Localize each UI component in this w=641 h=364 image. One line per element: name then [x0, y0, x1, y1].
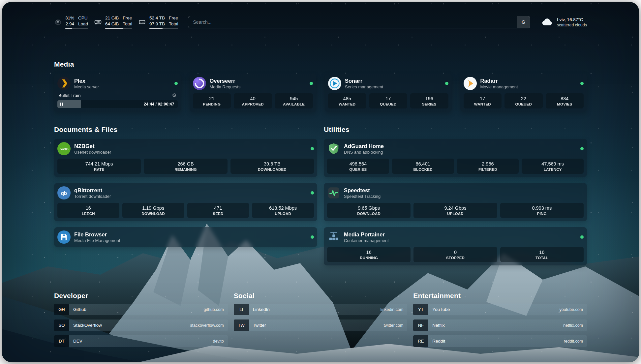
bookmark-dev[interactable]: DT DEV dev.to: [54, 335, 228, 347]
app-name: qBittorrent: [74, 187, 111, 194]
status-dot-online: [311, 147, 314, 150]
youtube-abbr: YT: [413, 304, 428, 315]
stat-label: UPLOAD: [253, 212, 313, 216]
stat-value: 16: [328, 250, 409, 255]
app-name: NZBGet: [74, 143, 111, 149]
memory-free-value: 21 GiB: [105, 15, 119, 21]
app-card-qbittorrent[interactable]: qb qBittorrent Torrent downloader 16 LEE…: [54, 183, 317, 221]
pause-icon: [60, 103, 63, 106]
section-title-social: Social: [234, 292, 408, 300]
bookmark-netflix[interactable]: NF Netflix netflix.com: [413, 319, 587, 331]
search-provider-button[interactable]: G: [517, 16, 530, 28]
disk-widget: 52.4 TB 97.9 TB Free Total: [138, 15, 178, 29]
disk-total-label: Total: [169, 21, 178, 27]
stat-label: FILTERED: [458, 167, 518, 171]
stat-label: RATE: [59, 167, 139, 171]
memory-usage-bar: [105, 28, 132, 29]
bookmark-reddit[interactable]: RE Reddit reddit.com: [413, 335, 587, 347]
bookmark-linkedin[interactable]: LI LinkedIn linkedin.com: [234, 304, 408, 315]
stat-label: DOWNLOAD: [328, 212, 409, 216]
stat-value: 618.52 Mbps: [253, 205, 313, 211]
app-description: DNS and adblocking: [344, 150, 384, 155]
bookmark-url: twitter.com: [384, 323, 404, 328]
app-card-nzbget[interactable]: nzbget NZBGet Usenet downloader 744.21 M…: [54, 139, 317, 177]
media-grid: Plex Media server Bullet Train ⚙ 24:44 /…: [54, 74, 587, 112]
app-name: Speedtest: [344, 187, 381, 194]
memory-total-value: 64 GiB: [105, 21, 119, 27]
radarr-stat-wanted: 17 WANTED: [464, 93, 502, 108]
stat-label: RUNNING: [328, 256, 409, 260]
qbittorrent-stat-leech: 16 LEECH: [57, 203, 119, 218]
stat-value: 22: [506, 96, 541, 101]
bookmark-url: dev.to: [213, 339, 224, 344]
memory-icon: [94, 18, 102, 26]
nzbget-icon: nzbget: [57, 142, 71, 155]
app-card-overseerr[interactable]: Overseerr Media Requests 21 PENDING 40 A…: [190, 74, 317, 112]
cpu-load-value: 2.94: [66, 21, 74, 27]
bookmark-url: linkedin.com: [381, 307, 403, 312]
app-name: AdGuard Home: [344, 143, 384, 149]
filebrowser-icon: [57, 230, 71, 244]
bookmark-github[interactable]: GH Github github.com: [54, 304, 228, 315]
gear-icon[interactable]: ⚙: [172, 93, 176, 98]
portainer-stat-running: 16 RUNNING: [327, 247, 411, 262]
developer-column: Developer GH Github github.com SO StackO…: [54, 292, 228, 351]
app-name: Sonarr: [345, 78, 383, 84]
disk-icon: [138, 18, 146, 26]
stat-label: DOWNLOAD: [124, 212, 183, 216]
stat-value: 498,564: [328, 161, 388, 167]
speedtest-stat-download: 9.65 Gbps DOWNLOAD: [327, 203, 411, 218]
app-card-sonarr[interactable]: Sonarr Series management 485 WANTED 17 Q…: [325, 74, 452, 112]
stackoverflow-abbr: SO: [54, 319, 69, 331]
top-bar: 31% 2.94 CPU Load: [54, 2, 587, 29]
stat-value: 47.569 ms: [523, 161, 582, 167]
stat-value: 40: [235, 96, 271, 101]
app-card-adguard[interactable]: AdGuard Home DNS and adblocking 498,564 …: [324, 139, 587, 177]
qbittorrent-stat-upload: 618.52 Mbps UPLOAD: [252, 203, 314, 218]
cpu-usage-bar: [65, 28, 88, 29]
search-input[interactable]: [188, 19, 517, 25]
nzbget-stat-rate: 744.21 Mbps RATE: [57, 159, 141, 174]
stat-value: 0: [415, 250, 496, 255]
stat-value: 9.65 Gbps: [328, 205, 409, 211]
app-card-plex[interactable]: Plex Media server Bullet Train ⚙ 24:44 /…: [54, 74, 181, 112]
radarr-stat-queued: 22 QUEUED: [504, 93, 543, 108]
qbittorrent-stat-download: 1.19 Gbps DOWNLOAD: [122, 203, 184, 218]
nzbget-stat-downloaded: 39.6 TB DOWNLOADED: [230, 159, 314, 174]
app-name: Overseerr: [210, 78, 241, 84]
social-column: Social LI LinkedIn linkedin.com TW Twitt…: [234, 292, 408, 351]
app-card-portainer[interactable]: Media Portainer Container management 16 …: [324, 227, 587, 265]
app-name: File Browser: [74, 231, 120, 238]
status-dot-online: [310, 82, 313, 85]
bookmark-url: netflix.com: [563, 323, 583, 328]
stat-label: QUEUED: [371, 102, 406, 106]
memory-total-label: Total: [123, 21, 132, 27]
adguard-stat-latency: 47.569 ms LATENCY: [522, 159, 584, 174]
bookmark-twitter[interactable]: TW Twitter twitter.com: [234, 319, 408, 331]
bookmark-stackoverflow[interactable]: SO StackOverflow stackoverflow.com: [54, 319, 228, 331]
stat-value: 834: [547, 96, 583, 101]
section-title-media: Media: [54, 60, 587, 68]
cpu-usage-value: 31%: [65, 15, 74, 21]
documents-column: Documents & Files nzbget NZBGet Usenet d…: [54, 126, 317, 253]
stat-label: LATENCY: [523, 167, 582, 171]
stat-value: 945: [276, 96, 312, 101]
bookmark-url: reddit.com: [564, 339, 583, 344]
qbittorrent-stat-seed: 471 SEED: [187, 203, 249, 218]
overseerr-stat-pending: 21 PENDING: [193, 93, 231, 108]
resource-widgets: 31% 2.94 CPU Load: [54, 15, 178, 29]
disk-usage-bar: [149, 28, 178, 29]
bookmark-name: Reddit: [432, 339, 445, 344]
bookmark-url: youtube.com: [559, 307, 583, 312]
app-card-filebrowser[interactable]: File Browser Media File Management: [54, 227, 317, 247]
dev-abbr: DT: [54, 335, 69, 347]
svg-text:nzbget: nzbget: [60, 147, 69, 150]
playback-progress-bar: 24:44 / 02:06:47: [57, 100, 178, 108]
status-dot-online: [311, 191, 314, 195]
header-divider: [54, 37, 587, 37]
app-card-speedtest[interactable]: Speedtest Speedtest Tracking 9.65 Gbps D…: [324, 183, 587, 221]
bookmark-youtube[interactable]: YT YouTube youtube.com: [413, 304, 587, 315]
speedtest-icon: [327, 186, 340, 199]
speedtest-stat-ping: 0.993 ms PING: [500, 203, 584, 218]
app-card-radarr[interactable]: Radarr Movie management 17 WANTED 22 QUE…: [460, 74, 587, 112]
